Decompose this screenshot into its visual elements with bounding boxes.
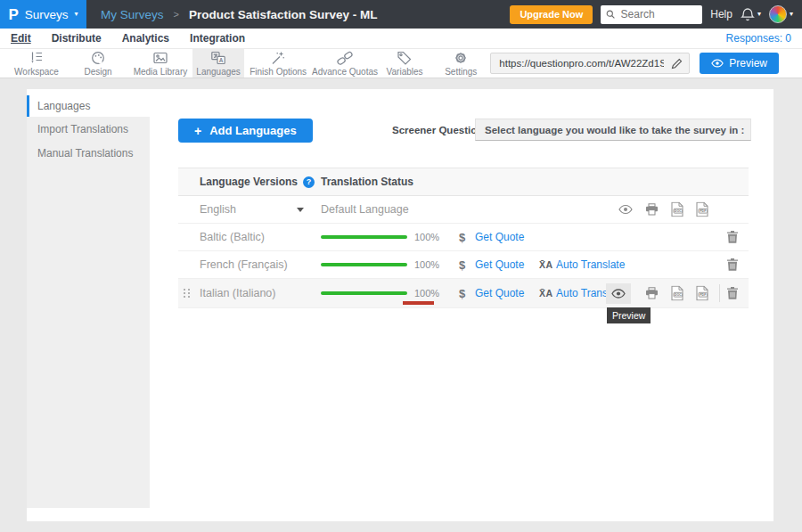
language-versions-table: Language Versions ? Translation Status E…	[178, 168, 749, 308]
media-library-icon	[151, 50, 169, 66]
get-quote-link[interactable]: Get Quote	[475, 287, 524, 299]
upgrade-button[interactable]: Upgrade Now	[510, 5, 593, 24]
language-name: Baltic (Baltic)	[200, 231, 265, 243]
topbar-actions: Upgrade Now Help ▾ ▾	[510, 5, 802, 24]
edit-toolbar: Workspace Design Media Library A Languag…	[0, 49, 802, 78]
survey-url-box	[490, 53, 690, 74]
table-row-english: English Default Language DOC PDF	[178, 196, 749, 224]
export-pdf-button[interactable]: PDF	[696, 202, 708, 217]
auto-translate-link[interactable]: Auto Translate	[556, 258, 625, 271]
help-question-icon[interactable]: ?	[303, 176, 315, 188]
trash-icon	[727, 231, 738, 243]
survey-url-area: Preview	[490, 49, 802, 78]
translate-icon: X̄A	[539, 288, 553, 299]
sidebar-item-import-translations[interactable]: Import Translations	[27, 117, 150, 141]
help-link[interactable]: Help	[710, 8, 732, 20]
dollar-icon: $	[459, 287, 465, 300]
chain-links-icon	[336, 50, 354, 66]
dollar-icon: $	[459, 258, 465, 272]
breadcrumb-my-surveys[interactable]: My Surveys	[101, 8, 164, 21]
language-name: English	[200, 203, 236, 216]
add-languages-label: Add Languages	[209, 124, 297, 137]
plus-icon: +	[194, 124, 201, 138]
edit-pencil-icon[interactable]	[671, 58, 683, 70]
pdf-file-icon: PDF	[696, 202, 708, 217]
breadcrumb-separator: >	[174, 9, 179, 20]
tab-variables[interactable]: Variables	[378, 49, 431, 78]
translation-percent: 100%	[414, 232, 439, 242]
preview-button-label: Preview	[729, 57, 767, 70]
responses-count[interactable]: Responses: 0	[726, 32, 791, 45]
nav-tab-integration[interactable]: Integration	[190, 32, 245, 45]
delete-language-button[interactable]	[727, 258, 738, 271]
breadcrumb: My Surveys > Product Satisfaction Survey…	[101, 8, 378, 21]
languages-panel: Languages Import Translations Manual Tra…	[27, 89, 773, 521]
add-languages-button[interactable]: + Add Languages	[178, 119, 313, 143]
svg-text:DOC: DOC	[675, 209, 682, 213]
table-header: Language Versions ? Translation Status	[178, 168, 749, 196]
printer-icon	[645, 203, 659, 216]
svg-text:A: A	[219, 57, 224, 63]
export-pdf-button[interactable]: PDF	[696, 286, 708, 301]
screener-question-select[interactable]: Select language you would like to take t…	[475, 119, 751, 141]
search-box[interactable]	[601, 5, 702, 24]
language-name: French (Français)	[200, 258, 288, 271]
trash-icon	[727, 287, 738, 299]
dollar-icon: $	[459, 231, 465, 244]
export-doc-button[interactable]: DOC	[671, 286, 683, 301]
print-language-button[interactable]	[645, 287, 659, 299]
languages-sidebar: Languages Import Translations Manual Tra…	[27, 89, 150, 508]
magic-wand-icon	[269, 50, 287, 66]
translation-percent: 100%	[414, 259, 439, 270]
language-dropdown-caret[interactable]	[297, 208, 304, 212]
preview-button[interactable]: Preview	[700, 53, 779, 74]
tab-advance-quotas[interactable]: Advance Quotas	[312, 49, 378, 78]
tab-media-library[interactable]: Media Library	[128, 49, 192, 78]
languages-icon: A	[209, 50, 227, 66]
tab-settings[interactable]: Settings	[431, 49, 490, 78]
trash-icon	[727, 258, 738, 271]
brand-logo[interactable]: P Surveys ▾	[0, 0, 86, 29]
delete-language-button[interactable]	[727, 231, 738, 243]
top-header: P Surveys ▾ My Surveys > Product Satisfa…	[0, 0, 802, 29]
nav-tab-analytics[interactable]: Analytics	[122, 32, 169, 45]
print-language-button[interactable]	[645, 203, 659, 216]
search-icon	[606, 9, 615, 20]
preview-language-button[interactable]	[606, 283, 631, 304]
translation-percent: 100%	[414, 288, 439, 299]
workspace-icon	[28, 50, 45, 66]
get-quote-link[interactable]: Get Quote	[475, 258, 524, 271]
tab-design[interactable]: Design	[68, 49, 128, 78]
preview-language-button[interactable]	[618, 205, 633, 215]
sidebar-item-languages[interactable]: Languages	[27, 95, 150, 117]
eye-icon	[611, 289, 626, 299]
nav-tab-edit[interactable]: Edit	[11, 32, 31, 45]
tab-workspace[interactable]: Workspace	[5, 49, 68, 78]
account-menu-button[interactable]: ▾	[769, 5, 793, 23]
notifications-button[interactable]: ▾	[741, 7, 761, 22]
column-translation-status: Translation Status	[321, 176, 413, 188]
survey-url-input[interactable]	[497, 57, 666, 70]
svg-text:DOC: DOC	[675, 293, 682, 297]
nav-tab-distribute[interactable]: Distribute	[52, 32, 102, 45]
bell-icon	[741, 7, 755, 22]
chevron-down-icon: ▾	[790, 11, 793, 18]
sidebar-item-manual-translations[interactable]: Manual Translations	[27, 141, 150, 165]
avatar	[769, 5, 787, 23]
delete-language-button[interactable]	[727, 287, 738, 299]
questionpro-logo-icon: P	[8, 7, 18, 22]
default-language-status: Default Language	[321, 203, 409, 216]
tab-finish-options[interactable]: Finish Options	[244, 49, 312, 78]
table-row-baltic: Baltic (Baltic) 100% $ Get Quote	[178, 224, 749, 251]
tab-languages[interactable]: A Languages	[192, 49, 244, 78]
annotation-red-underline	[403, 301, 434, 305]
export-doc-button[interactable]: DOC	[671, 202, 683, 217]
table-row-italian: Italian (Italiano) 100% $ Get Quote X̄A …	[178, 279, 749, 308]
survey-nav: Edit Distribute Analytics Integration Re…	[0, 29, 802, 49]
search-input[interactable]	[619, 7, 698, 21]
tag-icon	[396, 50, 413, 66]
drag-handle[interactable]	[184, 289, 190, 298]
get-quote-link[interactable]: Get Quote	[475, 231, 524, 243]
chevron-down-icon: ▾	[75, 11, 78, 18]
product-switcher-label: Surveys	[25, 8, 69, 21]
